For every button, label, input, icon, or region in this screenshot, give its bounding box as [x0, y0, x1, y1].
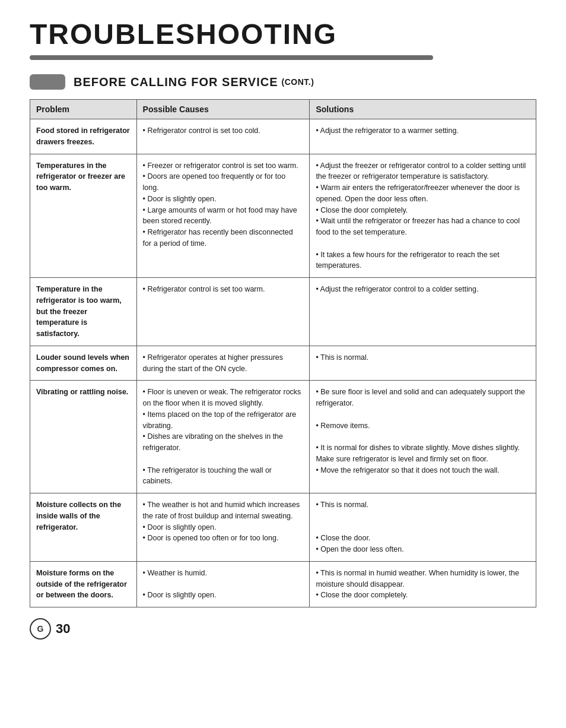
section-header: BEFORE CALLING FOR SERVICE (CONT.) — [30, 74, 536, 90]
table-row: Food stored in refrigerator drawers free… — [30, 119, 536, 154]
table-row: Moisture forms on the outside of the ref… — [30, 561, 536, 607]
col-causes: Possible Causes — [136, 100, 310, 119]
problem-cell: Louder sound levels when compressor come… — [30, 346, 137, 381]
section-title-cont: (CONT.) — [282, 77, 314, 87]
logo-letter: G — [37, 624, 44, 634]
title-underline — [30, 55, 433, 60]
causes-cell: • Refrigerator control is set too warm. — [136, 278, 310, 346]
solutions-cell: • This is normal. — [310, 346, 536, 381]
section-title: BEFORE CALLING FOR SERVICE — [74, 75, 278, 89]
problem-cell: Temperature in the refrigerator is too w… — [30, 278, 137, 346]
causes-cell: • Refrigerator operates at higher pressu… — [136, 346, 310, 381]
col-problem: Problem — [30, 100, 137, 119]
problem-cell: Moisture collects on the inside walls of… — [30, 493, 137, 562]
table-row: Temperatures in the refrigerator or free… — [30, 154, 536, 278]
solutions-cell: • Adjust the refrigerator to a warmer se… — [310, 119, 536, 154]
solutions-cell: • Adjust the refrigerator control to a c… — [310, 278, 536, 346]
footer-page-number: 30 — [56, 621, 70, 637]
problem-cell: Food stored in refrigerator drawers free… — [30, 119, 137, 154]
section-badge — [30, 74, 65, 90]
table-row: Temperature in the refrigerator is too w… — [30, 278, 536, 346]
table-row: Louder sound levels when compressor come… — [30, 346, 536, 381]
problem-cell: Moisture forms on the outside of the ref… — [30, 561, 137, 607]
solutions-cell: • This is normal. • Close the door. • Op… — [310, 493, 536, 562]
col-solutions: Solutions — [310, 100, 536, 119]
solutions-cell: • Be sure floor is level and solid and c… — [310, 381, 536, 493]
problem-cell: Vibrating or rattling noise. — [30, 381, 137, 493]
causes-cell: • Refrigerator control is set too cold. — [136, 119, 310, 154]
footer: G 30 — [30, 618, 536, 640]
causes-cell: • The weather is hot and humid which inc… — [136, 493, 310, 562]
footer-logo: G — [30, 618, 51, 640]
solutions-cell: • This is normal in humid weather. When … — [310, 561, 536, 607]
solutions-cell: • Adjust the freezer or refrigerator con… — [310, 154, 536, 278]
problem-cell: Temperatures in the refrigerator or free… — [30, 154, 137, 278]
causes-cell: • Floor is uneven or weak. The refrigera… — [136, 381, 310, 493]
table-row: Moisture collects on the inside walls of… — [30, 493, 536, 562]
page-title: TROUBLESHOOTING — [30, 18, 536, 50]
table-row: Vibrating or rattling noise.• Floor is u… — [30, 381, 536, 493]
table-header-row: Problem Possible Causes Solutions — [30, 100, 536, 119]
causes-cell: • Weather is humid. • Door is slightly o… — [136, 561, 310, 607]
causes-cell: • Freezer or refrigerator control is set… — [136, 154, 310, 278]
troubleshooting-table: Problem Possible Causes Solutions Food s… — [30, 99, 536, 607]
